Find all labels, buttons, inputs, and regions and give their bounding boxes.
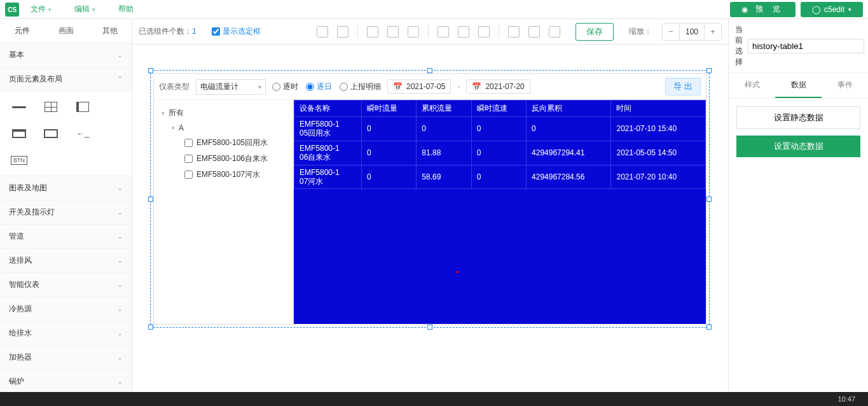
- resize-handle[interactable]: [706, 197, 712, 202]
- chevron-down-icon: ⌄: [117, 281, 123, 289]
- table-header: 瞬时流量: [361, 101, 416, 117]
- tab-other[interactable]: 其他: [88, 19, 132, 43]
- category-layout[interactable]: 页面元素及布局⌃: [0, 67, 132, 92]
- table-row[interactable]: EMF5800-105回用水00002021-07-10 15:40: [294, 117, 706, 141]
- tree-leaf[interactable]: EMF5800-106自来水: [156, 151, 291, 167]
- align-bottom-icon[interactable]: [478, 26, 490, 38]
- zoom-control: − 100 +: [662, 23, 722, 41]
- resize-handle[interactable]: [148, 325, 153, 330]
- tab-style[interactable]: 样式: [729, 73, 775, 98]
- indent-icon[interactable]: ←⎯: [72, 126, 93, 141]
- align-center-icon[interactable]: [387, 26, 399, 38]
- show-frame-checkbox[interactable]: 显示选定框: [212, 26, 261, 37]
- date-to-input[interactable]: 📅2021-07-20: [466, 80, 530, 94]
- resize-handle[interactable]: [148, 68, 153, 73]
- chevron-down-icon: ⌄: [117, 232, 123, 241]
- top-menu-bar: C5 文件▾ 编辑▾ 帮助 ◉预 览 ◯c5edit▾: [0, 0, 868, 19]
- zoom-in-button[interactable]: +: [705, 24, 721, 40]
- property-tabs: 样式 数据 事件: [729, 73, 868, 99]
- tab-event[interactable]: 事件: [822, 73, 868, 98]
- table-cell: 0: [471, 165, 526, 189]
- data-table: 设备名称瞬时流量累积流量瞬时流速反向累积时间 EMF5800-105回用水000…: [294, 100, 706, 189]
- app-logo: C5: [5, 3, 19, 17]
- meter-type-select[interactable]: 电磁流量计▾: [196, 79, 266, 95]
- dist-v-icon[interactable]: [528, 26, 540, 38]
- tab-data[interactable]: 数据: [775, 73, 822, 98]
- user-button[interactable]: ◯c5edit▾: [801, 2, 863, 17]
- save-button[interactable]: 保存: [575, 23, 614, 41]
- tree-node-a[interactable]: ▾A: [156, 121, 291, 135]
- selected-count-label: 已选组件个数：1: [139, 26, 196, 37]
- chevron-down-icon: ⌄: [117, 51, 123, 59]
- date-from-input[interactable]: 📅2021-07-05: [387, 80, 451, 94]
- chevron-down-icon: ⌄: [117, 305, 123, 313]
- button-icon[interactable]: BTN: [9, 153, 29, 168]
- chevron-down-icon: ▾: [92, 6, 95, 13]
- rect-icon[interactable]: [41, 126, 61, 141]
- set-static-data-button[interactable]: 设置静态数据: [736, 106, 860, 129]
- align-right-icon[interactable]: [408, 26, 419, 38]
- category-basic[interactable]: 基本⌄: [0, 43, 132, 67]
- dist-h-icon[interactable]: [508, 26, 520, 38]
- align-left-icon[interactable]: [367, 26, 378, 38]
- tree-leaf[interactable]: EMF5800-105回用水: [156, 135, 291, 151]
- resize-handle[interactable]: [706, 325, 712, 330]
- category-meter[interactable]: 智能仪表⌄: [0, 273, 132, 297]
- tab-screens[interactable]: 画面: [44, 19, 88, 43]
- ungroup-icon[interactable]: [337, 26, 348, 38]
- chevron-down-icon: ▾: [848, 6, 851, 13]
- current-selection-input[interactable]: [748, 39, 864, 53]
- category-heater[interactable]: 加热器⌄: [0, 346, 132, 370]
- date-separator: -: [457, 82, 460, 91]
- chevron-down-icon: ⌄: [117, 329, 123, 337]
- form-icon[interactable]: [9, 126, 29, 141]
- table-cell: 2021-07-10 15:40: [611, 117, 706, 141]
- category-water[interactable]: 给排水⌄: [0, 321, 132, 346]
- selection-frame[interactable]: 仪表类型 电磁流量计▾ 逐时 逐日 上报明细 📅2021-07-05 - 📅20…: [150, 70, 710, 328]
- set-dynamic-data-button[interactable]: 设置动态数据: [736, 136, 860, 157]
- menu-help[interactable]: 帮助: [107, 4, 145, 15]
- grid-icon[interactable]: [41, 99, 61, 115]
- align-middle-icon[interactable]: [458, 26, 469, 38]
- menu-file[interactable]: 文件▾: [19, 4, 63, 15]
- triangle-down-icon: ▾: [172, 125, 175, 131]
- tab-components[interactable]: 元件: [0, 19, 44, 43]
- radio-detail[interactable]: 上报明细: [340, 81, 381, 92]
- category-boiler[interactable]: 锅炉⌄: [0, 370, 132, 394]
- line-icon[interactable]: [9, 99, 29, 115]
- table-cell: EMF5800-105回用水: [294, 117, 362, 141]
- calendar-icon: 📅: [472, 82, 481, 91]
- category-switch[interactable]: 开关及指示灯⌄: [0, 200, 132, 225]
- properties-panel: 当前选择 样式 数据 事件 设置静态数据 设置动态数据: [728, 19, 868, 406]
- resize-handle[interactable]: [427, 325, 432, 330]
- table-row[interactable]: EMF5800-107河水058.6904294967284.562021-07…: [294, 165, 706, 189]
- tree-node-all[interactable]: ▾所有: [156, 105, 291, 121]
- group-icon[interactable]: [317, 26, 328, 38]
- chevron-down-icon: ⌄: [117, 377, 123, 386]
- resize-handle[interactable]: [148, 197, 153, 202]
- export-button[interactable]: 导 出: [665, 78, 701, 95]
- chevron-down-icon: ▾: [258, 83, 261, 90]
- list-icon[interactable]: [72, 99, 93, 115]
- radio-day[interactable]: 逐日: [306, 81, 332, 92]
- editor-canvas[interactable]: 仪表类型 电磁流量计▾ 逐时 逐日 上报明细 📅2021-07-05 - 📅20…: [132, 45, 728, 406]
- resize-handle[interactable]: [706, 68, 712, 73]
- tree-leaf[interactable]: EMF5800-107河水: [156, 167, 291, 183]
- category-exhaust[interactable]: 送排风⌄: [0, 249, 132, 273]
- same-size-icon[interactable]: [549, 26, 560, 38]
- category-pipe[interactable]: 管道⌄: [0, 225, 132, 249]
- table-cell: 0: [471, 117, 526, 141]
- category-chartmap[interactable]: 图表及地图⌄: [0, 176, 132, 200]
- table-cell: EMF5800-106自来水: [294, 141, 362, 165]
- category-coldheat[interactable]: 冷热源⌄: [0, 297, 132, 321]
- resize-handle[interactable]: [427, 68, 432, 73]
- table-header: 反向累积: [527, 101, 611, 117]
- zoom-out-button[interactable]: −: [663, 24, 679, 40]
- radio-hour[interactable]: 逐时: [272, 81, 298, 92]
- table-row[interactable]: EMF5800-106自来水081.8804294967294.412021-0…: [294, 141, 706, 165]
- user-icon: ◯: [812, 5, 820, 14]
- align-top-icon[interactable]: [437, 26, 449, 38]
- preview-button[interactable]: ◉预 览: [730, 2, 796, 17]
- table-header: 瞬时流速: [471, 101, 526, 117]
- menu-edit[interactable]: 编辑▾: [63, 4, 107, 15]
